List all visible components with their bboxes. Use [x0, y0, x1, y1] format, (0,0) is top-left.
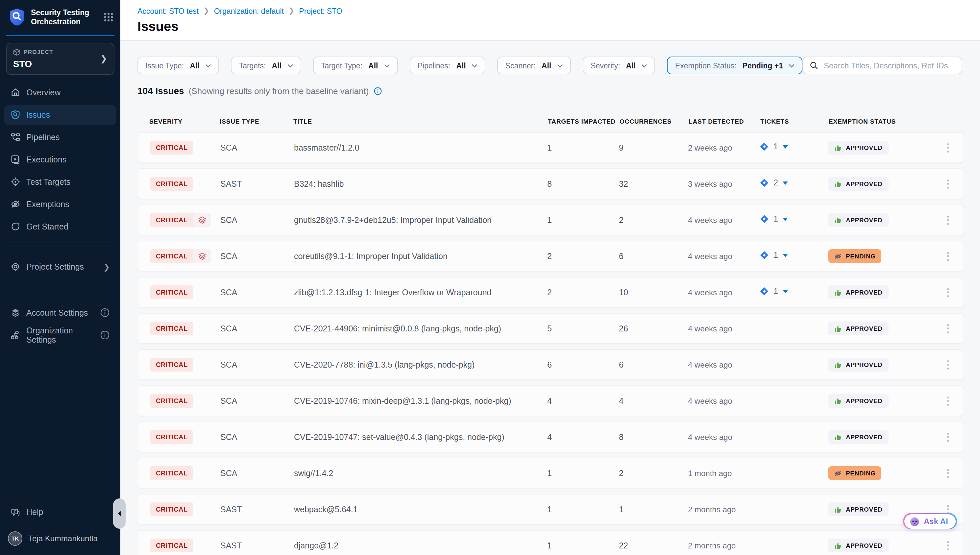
jira-ticket-icon[interactable] [760, 250, 769, 260]
filter-target-type[interactable]: Target Type:All [313, 56, 398, 74]
ticket-caret-icon[interactable] [783, 290, 788, 293]
jira-ticket-icon[interactable] [760, 178, 769, 188]
issue-title[interactable]: zlib@1:1.2.13.dfsg-1: Integer Overflow o… [294, 288, 547, 297]
table-row[interactable]: CRITICAL SCA CVE-2021-44906: minimist@0.… [137, 313, 964, 344]
info-circle-icon[interactable] [100, 330, 110, 340]
row-menu-button[interactable] [937, 386, 958, 415]
severity-cell: CRITICAL [150, 322, 220, 335]
occurrences: 1 [619, 505, 688, 514]
ticket-caret-icon[interactable] [783, 253, 788, 257]
sidebar-item-label: Organization Settings [26, 326, 94, 345]
table-row[interactable]: CRITICAL SCA gnutls28@3.7.9-2+deb12u5: I… [137, 205, 964, 236]
ticket-caret-icon[interactable] [783, 145, 788, 148]
info-circle-icon[interactable] [373, 87, 382, 95]
chevron-left-icon [118, 511, 121, 516]
row-menu-button[interactable] [937, 278, 958, 307]
row-menu-button[interactable] [937, 169, 958, 199]
table-row[interactable]: CRITICAL SCA CVE-2020-7788: ini@1.3.5 (l… [137, 349, 964, 380]
sidebar-item-project-settings[interactable]: Project Settings ❯ [4, 257, 116, 277]
row-menu-button[interactable] [937, 531, 958, 555]
info-circle-icon[interactable] [100, 308, 110, 318]
sidebar-collapse-button[interactable] [113, 499, 126, 529]
ticket-caret-icon[interactable] [783, 181, 788, 184]
sidebar-item-organization-settings[interactable]: Organization Settings [4, 326, 116, 345]
table-row[interactable]: CRITICAL SCA coreutils@9.1-1: Improper I… [137, 241, 964, 271]
issue-title[interactable]: swig//1.4.2 [294, 468, 547, 478]
sidebar-item-help[interactable]: ? Help [4, 502, 116, 522]
sidebar-item-executions[interactable]: Executions [4, 150, 116, 170]
breadcrumb-organization-link[interactable]: Organization: default [214, 7, 284, 15]
filter-severity[interactable]: Severity:All [583, 56, 655, 74]
sidebar-item-exemptions[interactable]: Exemptions [4, 195, 116, 214]
search-box[interactable] [803, 56, 962, 74]
filter-issue-type[interactable]: Issue Type:All [138, 56, 219, 74]
sidebar-item-label: Project Settings [26, 262, 84, 271]
chevron-right-icon: ❯ [103, 262, 110, 271]
targets-impacted: 6 [547, 360, 619, 369]
exemption-status-badge: APPROVED [828, 358, 888, 372]
filter-targets[interactable]: Targets:All [231, 56, 301, 74]
app-title: Security Testing Orchestration [31, 8, 103, 27]
table-row[interactable]: CRITICAL SAST django@1.2 1 22 2 months a… [137, 530, 964, 555]
exemption-status-label: APPROVED [846, 325, 882, 332]
targets-impacted: 1 [547, 541, 619, 550]
row-menu-button[interactable] [937, 422, 958, 452]
table-row[interactable]: CRITICAL SAST webpack@5.64.1 1 1 2 month… [137, 494, 964, 525]
user-menu[interactable]: TK Teja Kummarikuntla [4, 531, 116, 546]
sidebar-item-issues[interactable]: Issues [4, 105, 116, 125]
breadcrumb-project-link[interactable]: Project: STO [299, 7, 342, 15]
ask-ai-label: Ask AI [924, 517, 948, 526]
table-row[interactable]: CRITICAL SCA bassmaster//1.2.0 1 9 2 wee… [137, 132, 964, 163]
project-name: STO [13, 59, 107, 69]
breadcrumb-account-link[interactable]: Account: STO test [138, 7, 199, 15]
table-row[interactable]: CRITICAL SCA zlib@1:1.2.13.dfsg-1: Integ… [137, 277, 964, 308]
issue-title[interactable]: coreutils@9.1-1: Improper Input Validati… [294, 252, 547, 261]
filter-exemption-status[interactable]: Exemption Status:Pending +1 [667, 56, 803, 74]
row-menu-button[interactable] [937, 458, 958, 488]
sidebar-item-account-settings[interactable]: Account Settings [4, 303, 116, 323]
table-row[interactable]: CRITICAL SCA swig//1.4.2 1 2 1 month ago [137, 458, 964, 489]
table-row[interactable]: CRITICAL SAST B324: hashlib 8 32 3 weeks… [137, 168, 964, 199]
exemption-status-label: PENDING [846, 470, 876, 477]
ask-ai-button[interactable]: Ask AI [903, 513, 957, 529]
issue-title[interactable]: CVE-2020-7788: ini@1.3.5 (lang-pkgs, nod… [294, 360, 547, 369]
sidebar-item-overview[interactable]: Overview [4, 83, 116, 103]
breadcrumb: Account: STO test ❯ Organization: defaul… [138, 6, 980, 15]
issue-title[interactable]: gnutls28@3.7.9-2+deb12u5: Improper Input… [294, 215, 547, 225]
jira-ticket-icon[interactable] [760, 287, 769, 296]
row-menu-button[interactable] [937, 314, 958, 343]
project-selector[interactable]: PROJECT STO ❯ [6, 43, 114, 75]
issue-title[interactable]: CVE-2021-44906: minimist@0.0.8 (lang-pkg… [294, 324, 547, 333]
row-menu-button[interactable] [937, 133, 958, 162]
table-row[interactable]: CRITICAL SCA CVE-2019-10747: set-value@0… [137, 422, 964, 452]
issue-title[interactable]: bassmaster//1.2.0 [294, 143, 547, 152]
issue-title[interactable]: CVE-2019-10747: set-value@0.4.3 (lang-pk… [294, 432, 547, 441]
ticket-caret-icon[interactable] [783, 217, 788, 221]
search-input[interactable] [824, 61, 955, 70]
filter-pipelines[interactable]: Pipelines:All [409, 56, 485, 74]
row-menu-button[interactable] [937, 205, 958, 235]
module-grid-icon[interactable] [103, 12, 114, 23]
severity-badge: CRITICAL [150, 141, 194, 154]
issue-title[interactable]: B324: hashlib [294, 179, 547, 188]
issue-title[interactable]: django@1.2 [294, 541, 547, 550]
exemption-status-badge: APPROVED [828, 177, 888, 191]
jira-ticket-icon[interactable] [760, 142, 769, 151]
severity-cell: CRITICAL [150, 466, 220, 480]
jira-ticket-icon[interactable] [760, 214, 769, 224]
sidebar-item-label: Help [26, 508, 43, 517]
exemption-status-badge: APPROVED [828, 430, 888, 444]
severity-label: CRITICAL [150, 358, 194, 372]
table-row[interactable]: CRITICAL SCA CVE-2019-10746: mixin-deep@… [137, 385, 964, 416]
issue-title[interactable]: webpack@5.64.1 [294, 505, 547, 514]
issue-title[interactable]: CVE-2019-10746: mixin-deep@1.3.1 (lang-p… [294, 396, 547, 406]
sidebar-item-get-started[interactable]: Get Started [4, 217, 116, 237]
filter-scanner[interactable]: Scanner:All [497, 56, 571, 74]
sidebar-item-pipelines[interactable]: Pipelines [4, 128, 116, 147]
sidebar-item-test-targets[interactable]: Test Targets [4, 172, 116, 192]
row-menu-button[interactable] [937, 241, 958, 271]
gear-icon [11, 262, 20, 272]
exemption-status-badge: APPROVED [828, 394, 888, 408]
issue-type: SCA [220, 252, 294, 261]
row-menu-button[interactable] [937, 350, 958, 379]
